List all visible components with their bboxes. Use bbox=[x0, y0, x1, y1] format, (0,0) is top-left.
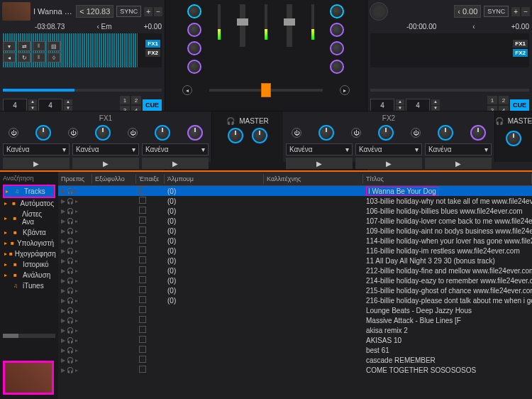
hotcue-1[interactable]: 1 bbox=[487, 96, 497, 104]
track-row[interactable]: ▶ 🎧 ▸Lounge Beats - Deep Jazzy Hous bbox=[58, 305, 532, 315]
search-label[interactable]: Αναζήτηση bbox=[3, 175, 55, 182]
wave-btn[interactable]: ⇄ bbox=[18, 41, 31, 51]
fx-select[interactable]: Κανένα▾ bbox=[3, 143, 70, 155]
beat-box-b2[interactable]: 4 bbox=[406, 99, 430, 111]
pitch-up[interactable]: + bbox=[144, 7, 153, 16]
play-icon[interactable]: ▶ bbox=[3, 158, 70, 169]
track-row[interactable]: ▶ 🎧 ▸(0)114-billie holiday-when your lov… bbox=[58, 236, 532, 246]
track-row[interactable]: ▶ 🎧 ▸cascade REMEMBER bbox=[58, 355, 532, 365]
eq-knob[interactable] bbox=[187, 23, 201, 37]
track-row[interactable]: ▶ 🎧 ▸(0)216-billie holiday-please dont t… bbox=[58, 295, 532, 305]
headphone-icon[interactable]: 🎧 bbox=[226, 117, 235, 125]
deck-a-bpm[interactable]: < 120.83 bbox=[76, 5, 113, 18]
beat-box-a2[interactable]: 4 bbox=[38, 99, 62, 111]
eq-knob[interactable] bbox=[187, 60, 201, 74]
headphone-icon[interactable]: 🎧 bbox=[495, 117, 504, 125]
wave-btn[interactable]: ↻ bbox=[18, 53, 31, 62]
wave-btn[interactable]: ◊ bbox=[48, 53, 60, 62]
wave-btn[interactable]: ◂ bbox=[3, 53, 16, 62]
track-row[interactable]: ▶ 🎧 ▸(0)212-billie holiday-fine and mell… bbox=[58, 266, 532, 275]
up-icon[interactable]: ▲ bbox=[431, 99, 440, 105]
col-played[interactable]: Έπαιξε bbox=[136, 174, 165, 184]
play-icon[interactable]: ▶ bbox=[142, 158, 209, 169]
sidebar-item-ιστορικό[interactable]: ▸■Ιστορικό bbox=[3, 259, 55, 270]
fx-select[interactable]: Κανένα▾ bbox=[72, 143, 139, 155]
sidebar-item-υπολογιστή[interactable]: ▸■Υπολογιστή bbox=[3, 238, 55, 248]
play-icon[interactable]: ▶ bbox=[425, 158, 492, 169]
sidebar-item-itunes[interactable]: ♫iTunes bbox=[3, 280, 55, 291]
hotcue-1[interactable]: 1 bbox=[120, 96, 130, 104]
fx-select[interactable]: Κανένα▾ bbox=[355, 143, 422, 155]
up-icon[interactable]: ▲ bbox=[64, 99, 72, 105]
pitch-up[interactable]: + bbox=[511, 7, 520, 16]
track-row[interactable]: ▶ 🎧 ▸best 61 bbox=[58, 345, 532, 355]
wave-btn[interactable]: ⫴ bbox=[33, 41, 45, 51]
track-row[interactable]: ▶ 🎧 ▸AKISAS 10 bbox=[58, 335, 532, 345]
beat-box-a1[interactable]: 4 bbox=[3, 99, 27, 111]
power-icon[interactable]: ⏻ bbox=[128, 128, 138, 138]
fx-knob[interactable] bbox=[95, 125, 111, 141]
deck-b-waveform[interactable] bbox=[370, 33, 529, 67]
cue-a-icon[interactable]: ◂ bbox=[182, 85, 192, 95]
eq-knob[interactable] bbox=[187, 41, 201, 55]
deck-a-cue[interactable]: CUE bbox=[143, 99, 162, 111]
col-preview[interactable]: Προεπις bbox=[58, 174, 92, 184]
deck-b-jog[interactable] bbox=[370, 2, 388, 21]
eq-knob[interactable] bbox=[330, 41, 344, 55]
pitch-down[interactable]: − bbox=[521, 7, 530, 16]
track-row[interactable]: ▶ 🎧 ▸(0)215-billie holiday-ghost of chan… bbox=[58, 285, 532, 295]
hotcue-2[interactable]: 2 bbox=[131, 96, 141, 104]
wave-btn[interactable]: ▾ bbox=[3, 41, 16, 51]
pitch-down[interactable]: − bbox=[154, 7, 162, 16]
track-row[interactable]: ▶ 🎧 ▸(0)107-billie holiday-lover come ba… bbox=[58, 216, 532, 226]
fx-select[interactable]: Κανένα▾ bbox=[425, 143, 492, 155]
track-row[interactable]: ▶ 🎧 ▸(0)11 All Day All Night 3 29 30 (bo… bbox=[58, 256, 532, 266]
track-row[interactable]: ▶ 🎧 ▸Massive Attack - Blue Lines [F bbox=[58, 315, 532, 325]
power-icon[interactable]: ⏻ bbox=[411, 128, 421, 138]
sidebar-item-ανάλυση[interactable]: ▸■Ανάλυση bbox=[3, 270, 55, 280]
power-icon[interactable]: ⏻ bbox=[351, 128, 361, 138]
eq-knob[interactable] bbox=[330, 4, 344, 18]
wave-btn[interactable]: ▤ bbox=[48, 41, 60, 51]
track-row[interactable]: ▶ 🎧 ▸(0)103-billie holiday-why not take … bbox=[58, 196, 532, 206]
sidebar-item-αυτόματος[interactable]: ▸■Αυτόματος bbox=[3, 198, 55, 209]
preview-artwork[interactable] bbox=[3, 361, 54, 395]
fx-dry-wet[interactable] bbox=[470, 125, 486, 141]
track-row[interactable]: ▶ 🎧 ▸(0)214-billie holiday-eazy to remem… bbox=[58, 275, 532, 285]
sidebar-item-ηχογράφηση[interactable]: ▸■Ηχογράφηση bbox=[3, 248, 55, 259]
up-icon[interactable]: ▲ bbox=[396, 99, 404, 105]
eq-knob[interactable] bbox=[330, 23, 344, 37]
deck-b-sync[interactable]: SYNC bbox=[484, 6, 509, 17]
eq-knob[interactable] bbox=[330, 60, 344, 74]
deck-b-fx2[interactable]: FX2 bbox=[513, 49, 528, 57]
up-icon[interactable]: ▲ bbox=[28, 99, 37, 105]
deck-a-fx1[interactable]: FX1 bbox=[145, 40, 160, 48]
fx-select[interactable]: Κανένα▾ bbox=[142, 143, 209, 155]
col-artist[interactable]: Καλλιτέχνης bbox=[264, 174, 363, 184]
cue-b-icon[interactable]: ▸ bbox=[340, 85, 350, 95]
col-album[interactable]: Άλμπουμ bbox=[165, 174, 264, 184]
crossfader[interactable]: ◂ ▸ bbox=[179, 84, 353, 97]
sidebar-item-κβάντα[interactable]: ▸■Κβάντα bbox=[3, 227, 55, 238]
fx-dry-wet[interactable] bbox=[187, 125, 203, 141]
master-knob[interactable] bbox=[506, 131, 521, 146]
sidebar-item-λίστες ανα[interactable]: ▸■Λίστες Ανα bbox=[3, 209, 55, 227]
fx-select[interactable]: Κανένα▾ bbox=[286, 143, 353, 155]
wave-btn[interactable]: ⫴ bbox=[33, 53, 45, 62]
master-knob[interactable] bbox=[228, 128, 243, 143]
deck-b-fx1[interactable]: FX1 bbox=[513, 40, 528, 48]
col-cover[interactable]: Εξώφυλλο bbox=[92, 174, 136, 184]
master-knob[interactable] bbox=[252, 128, 267, 143]
track-row[interactable]: ▶ 🎧 ▸(0)116-billie holiday-im restless w… bbox=[58, 246, 532, 256]
fx-knob[interactable] bbox=[155, 125, 170, 141]
deck-a-sync[interactable]: SYNC bbox=[116, 6, 141, 17]
fx-knob[interactable] bbox=[318, 125, 334, 141]
sidebar-item-tracks[interactable]: ▸♫Tracks bbox=[3, 185, 55, 198]
eq-knob[interactable] bbox=[187, 4, 201, 18]
track-row[interactable]: ▶ 🎧 ▸COME TOGETHER SOSOSOSOS bbox=[58, 365, 532, 375]
play-icon[interactable]: ▶ bbox=[355, 158, 422, 169]
fx-knob[interactable] bbox=[35, 125, 51, 141]
power-icon[interactable]: ⏻ bbox=[292, 128, 301, 138]
hotcue-2[interactable]: 2 bbox=[499, 96, 509, 104]
deck-b-cue[interactable]: CUE bbox=[510, 99, 529, 111]
